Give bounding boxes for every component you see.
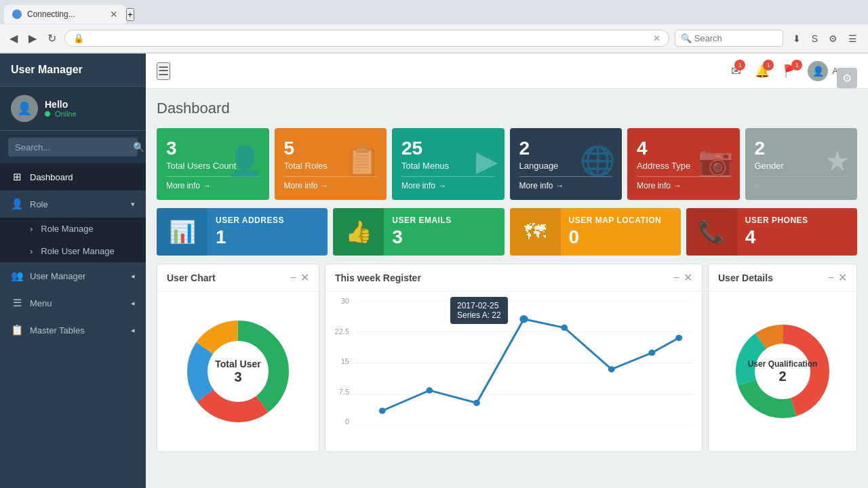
- stat-card-menus[interactable]: 25 Total Menus More info → ▶: [392, 128, 505, 200]
- topbar: ☰ ✉ 1 🔔 1 🚩 1 👤 Admin: [146, 54, 868, 89]
- download-btn[interactable]: ⬇: [789, 30, 805, 47]
- browser-nav: ◀ ▶ ↻ 🔒 localhost:5050/Home/Index ✕ 🔍 ⬇ …: [0, 24, 868, 53]
- active-tab[interactable]: Connecting... ✕: [4, 5, 126, 24]
- user-details-donut: User Qualification 2: [728, 317, 837, 426]
- sidebar-item-label: User Manager: [30, 271, 85, 281]
- address-value: 1: [216, 226, 319, 248]
- menu-btn[interactable]: ☰: [844, 30, 861, 47]
- emails-content: USER EMAILS 3: [384, 208, 504, 256]
- app-layout: User Manager 👤 Hello Online 🔍 ⊞ Dashboar…: [0, 54, 868, 488]
- tooltip-series: Series A: 22: [457, 310, 501, 320]
- user-chart-title: User Chart: [167, 272, 216, 283]
- user-chart-close[interactable]: ✕: [300, 271, 309, 284]
- refresh-button[interactable]: ↻: [45, 29, 59, 47]
- forward-button[interactable]: ▶: [26, 29, 39, 47]
- phones-value: 4: [745, 226, 849, 248]
- stat-icon-menus: ▶: [476, 144, 498, 178]
- map-value: 0: [569, 226, 673, 248]
- url-input[interactable]: localhost:5050/Home/Index: [88, 33, 649, 43]
- stat-card-gender[interactable]: 2 Gender ○ ★: [745, 128, 858, 200]
- line-chart-svg: [355, 300, 692, 426]
- stat-more-users[interactable]: More info →: [166, 176, 260, 190]
- register-title: This week Register: [335, 272, 421, 283]
- sidebar-item-master-tables[interactable]: 📋 Master Tables ◂: [0, 317, 146, 344]
- register-header: This week Register − ✕: [326, 264, 702, 291]
- svg-point-15: [608, 366, 615, 372]
- address-clear-icon[interactable]: ✕: [653, 33, 660, 43]
- register-close[interactable]: ✕: [684, 271, 692, 284]
- info-card-address[interactable]: 📊 USER ADDRESS 1: [157, 208, 328, 256]
- details-title: User Details: [718, 272, 773, 283]
- skype-btn[interactable]: S: [808, 30, 822, 47]
- stat-more-language[interactable]: More info →: [519, 176, 613, 190]
- browser-search-box[interactable]: 🔍: [675, 30, 783, 47]
- user-chart-minimize[interactable]: −: [290, 271, 296, 284]
- sidebar-nav: ⊞ Dashboard 👤 Role ▾ Role Manage Role Us…: [0, 163, 146, 488]
- charts-row: User Chart − ✕: [157, 264, 857, 452]
- stat-card-address-type[interactable]: 4 Address Type More info → 📷: [627, 128, 740, 200]
- stat-more-gender: ○: [755, 176, 848, 190]
- stat-icon-gender: ★: [825, 144, 850, 178]
- stat-more-menus[interactable]: More info →: [401, 176, 495, 190]
- browser-search-input[interactable]: [694, 33, 776, 43]
- sidebar-user: 👤 Hello Online: [0, 87, 146, 131]
- address-bar[interactable]: 🔒 localhost:5050/Home/Index ✕: [64, 30, 669, 47]
- info-card-map[interactable]: 🗺 USER MAP LOCATION 0: [510, 208, 681, 256]
- donut-value-users: 3: [215, 369, 260, 385]
- phones-icon: 📞: [686, 208, 737, 256]
- user-status: Online: [45, 110, 77, 118]
- sidebar-item-label: Dashboard: [30, 172, 73, 182]
- new-tab-button[interactable]: +: [126, 8, 134, 21]
- details-minimize[interactable]: −: [828, 271, 834, 284]
- stat-more-address[interactable]: More info →: [637, 176, 730, 190]
- stat-cards-row: 3 Total Users Count More info → 👤 5 Tota…: [157, 128, 857, 200]
- sidebar-toggle-button[interactable]: ☰: [157, 62, 170, 80]
- emails-value: 3: [392, 226, 496, 248]
- back-button[interactable]: ◀: [7, 29, 20, 47]
- svg-point-14: [561, 325, 568, 331]
- bell-button[interactable]: 🔔 1: [751, 60, 774, 83]
- tooltip-date: 2017-02-25: [457, 301, 501, 310]
- stat-icon-address: 📷: [698, 144, 733, 178]
- details-close[interactable]: ✕: [838, 271, 847, 284]
- tab-title: Connecting...: [27, 9, 75, 19]
- stat-icon-users: 👤: [227, 144, 262, 178]
- stat-card-language[interactable]: 2 Language More info → 🌐: [510, 128, 623, 200]
- bell-badge: 1: [763, 60, 774, 70]
- sidebar-search-icon[interactable]: 🔍: [133, 142, 144, 152]
- avatar: 👤: [11, 95, 38, 122]
- sidebar-item-role[interactable]: 👤 Role ▾: [0, 190, 146, 218]
- sidebar-item-user-manager[interactable]: 👥 User Manager ◂: [0, 262, 146, 289]
- map-icon: 🗺: [510, 208, 561, 256]
- stat-card-users[interactable]: 3 Total Users Count More info → 👤: [157, 128, 269, 200]
- role-manage-label: Role Manage: [41, 224, 93, 234]
- user-chart-panel: User Chart − ✕: [157, 264, 319, 452]
- details-body: User Qualification 2: [709, 291, 856, 451]
- sidebar-item-role-manage[interactable]: Role Manage: [0, 218, 146, 240]
- stat-more-roles[interactable]: More info →: [284, 176, 378, 190]
- user-details-panel: User Details − ✕: [708, 264, 857, 452]
- mail-button[interactable]: ✉ 1: [727, 60, 745, 83]
- extensions-btn[interactable]: ⚙: [825, 30, 842, 47]
- sidebar-search-inner[interactable]: 🔍: [8, 138, 138, 157]
- user-chart-body: Total User 3: [157, 291, 319, 451]
- role-icon: 👤: [11, 198, 23, 210]
- chart-tooltip: 2017-02-25 Series A: 22: [450, 297, 508, 324]
- sidebar-item-menu[interactable]: ☰ Menu ◂: [0, 289, 146, 317]
- stat-card-roles[interactable]: 5 Total Roles More info → 📋: [275, 128, 387, 200]
- chevron-right-icon: ◂: [131, 326, 135, 335]
- topbar-avatar: 👤: [808, 61, 828, 81]
- register-minimize[interactable]: −: [673, 271, 679, 284]
- search-icon: 🔍: [681, 33, 692, 43]
- tab-close-btn[interactable]: ✕: [110, 9, 118, 20]
- user-name: Hello: [45, 99, 77, 110]
- sidebar-item-dashboard[interactable]: ⊞ Dashboard: [0, 163, 146, 190]
- info-card-phones[interactable]: 📞 USER PHONES 4: [686, 208, 857, 256]
- register-chart-panel: This week Register − ✕ 30 22.5 15: [325, 264, 703, 452]
- register-body: 30 22.5 15 7.5 0: [326, 291, 702, 451]
- flag-button[interactable]: 🚩 1: [779, 60, 802, 83]
- info-card-emails[interactable]: 👍 USER EMAILS 3: [333, 208, 504, 256]
- sidebar-search-input[interactable]: [15, 142, 129, 152]
- sidebar-item-role-user-manage[interactable]: Role User Manage: [0, 240, 146, 262]
- browser-actions: ⬇ S ⚙ ☰: [789, 30, 861, 47]
